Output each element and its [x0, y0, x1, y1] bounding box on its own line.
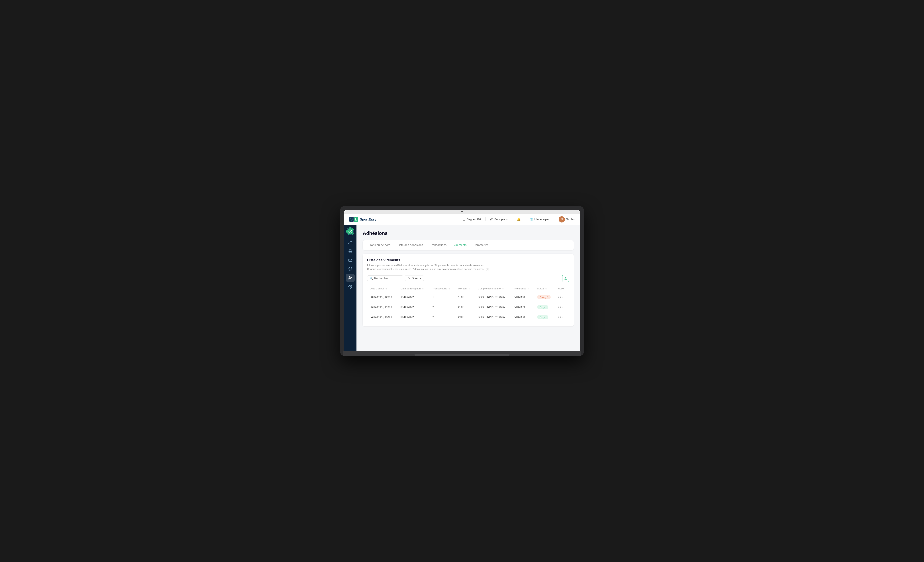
action-menu-2[interactable]: ••• [558, 315, 563, 319]
svg-point-6 [350, 286, 351, 288]
cell-action-0[interactable]: ••• [555, 292, 569, 302]
sort-icon-statut: ⇅ [545, 288, 547, 290]
laptop-base [343, 351, 581, 356]
chevron-down-icon: ▾ [420, 277, 421, 280]
search-input[interactable] [374, 277, 401, 280]
action-menu-0[interactable]: ••• [558, 295, 563, 299]
logo-e: E [354, 217, 358, 222]
sidebar-item-settings[interactable] [346, 283, 355, 291]
tab-tableau[interactable]: Tableau de bord [366, 240, 394, 250]
cell-statut-1: Reçu [534, 302, 555, 312]
logo-area: S E SportEasy [350, 217, 462, 222]
sidebar-item-mail[interactable] [346, 256, 355, 264]
search-box[interactable]: 🔍 [367, 276, 403, 281]
export-button[interactable] [562, 275, 569, 282]
info-icon[interactable]: i [486, 268, 489, 271]
cell-compte-2: SOGEFRPP - •••• 8267 [475, 312, 512, 322]
avatar: N [559, 216, 565, 222]
sidebar-item-adhesions[interactable] [346, 274, 355, 282]
data-table: Date d'envoi ⇅ Date de réception ⇅ Trans… [367, 285, 569, 322]
nav-equipes-label: Mes équipes [534, 218, 550, 221]
nav-user[interactable]: N Nicolas [559, 216, 574, 222]
cell-montant-0: 150€ [455, 292, 475, 302]
sidebar-item-members[interactable] [346, 238, 355, 246]
content-area: Adhésions Tableau de bord Liste des adhé… [357, 225, 580, 351]
filter-label: Filtrer [412, 277, 418, 280]
logo-s: S [350, 217, 354, 222]
svg-marker-7 [408, 277, 410, 279]
cell-date-reception-2: 06/02/2022 [398, 312, 430, 322]
cell-date-reception-1: 08/02/2022 [398, 302, 430, 312]
cell-date-envoi-0: 08/02/2022, 12h30 [367, 292, 398, 302]
nav-equipes[interactable]: 👕 Mes équipes [530, 217, 550, 221]
col-statut[interactable]: Statut ⇅ [534, 285, 555, 292]
status-badge-2: Reçu [537, 315, 548, 319]
nav-notif[interactable]: 🔔 [517, 217, 520, 221]
col-transactions[interactable]: Transactions ⇅ [430, 285, 456, 292]
cell-reference-2: VIR2388 [512, 312, 534, 322]
col-reference[interactable]: Référence ⇅ [512, 285, 534, 292]
nav-gain-label: Gagnez 20€ [466, 218, 481, 221]
camera-dot [461, 211, 463, 212]
cell-reference-0: VIR2390 [512, 292, 534, 302]
tab-parametres[interactable]: Paramètres [470, 240, 492, 250]
status-badge-0: Envoyé [537, 295, 550, 300]
shirt-icon: 👕 [530, 217, 533, 221]
cell-transactions-0: 1 [430, 292, 456, 302]
sidebar-item-trophy[interactable] [346, 247, 355, 255]
top-bar: S E SportEasy 🎟 Gagnez 20€ 🏷 Bons plans [344, 214, 580, 225]
page-title: Adhésions [363, 231, 574, 236]
table-row: 06/02/2022, 11h30 08/02/2022 2 250€ SOGE… [367, 302, 569, 312]
sort-icon-compte: ⇅ [502, 288, 504, 290]
toolbar-left: 🔍 Filtrer [367, 275, 424, 281]
nav-bons[interactable]: 🏷 Bons plans [490, 217, 507, 221]
col-date-envoi[interactable]: Date d'envoi ⇅ [367, 285, 398, 292]
screen-inner: S E SportEasy 🎟 Gagnez 20€ 🏷 Bons plans [344, 214, 580, 351]
sidebar [344, 225, 357, 351]
tag-icon: 🏷 [490, 217, 493, 221]
table-row: 04/02/2022, 15h00 06/02/2022 2 270€ SOGE… [367, 312, 569, 322]
col-compte[interactable]: Compte destinataire ⇅ [475, 285, 512, 292]
action-menu-1[interactable]: ••• [558, 305, 563, 309]
sort-icon-transactions: ⇅ [448, 288, 450, 290]
nav-gain[interactable]: 🎟 Gagnez 20€ [462, 217, 481, 221]
main-layout: Adhésions Tableau de bord Liste des adhé… [344, 225, 580, 351]
tabs-row: Tableau de bord Liste des adhésions Tran… [363, 240, 574, 250]
toolbar-row: 🔍 Filtrer [367, 275, 569, 282]
sort-icon-montant: ⇅ [469, 288, 470, 290]
section-desc: Ici, vous pouvez suivre le détail des vi… [367, 264, 569, 271]
tab-liste[interactable]: Liste des adhésions [394, 240, 426, 250]
tab-virements[interactable]: Virements [450, 240, 470, 250]
status-badge-1: Reçu [537, 305, 548, 309]
cell-transactions-1: 2 [430, 302, 456, 312]
bell-icon: 🔔 [517, 217, 520, 221]
gift-icon: 🎟 [462, 217, 465, 221]
section-desc-line2: Chaque virement est lié par un numéro d'… [367, 268, 484, 270]
section-desc-line1: Ici, vous pouvez suivre le détail des vi… [367, 264, 485, 267]
tab-transactions[interactable]: Transactions [426, 240, 450, 250]
cell-date-envoi-2: 04/02/2022, 15h00 [367, 312, 398, 322]
cell-date-envoi-1: 06/02/2022, 11h30 [367, 302, 398, 312]
col-montant[interactable]: Montant ⇅ [455, 285, 475, 292]
cell-statut-2: Reçu [534, 312, 555, 322]
nav-bons-label: Bons plans [494, 218, 507, 221]
col-date-reception[interactable]: Date de réception ⇅ [398, 285, 430, 292]
table-row: 08/02/2022, 12h30 13/02/2022 1 150€ SOGE… [367, 292, 569, 302]
sort-icon-reference: ⇅ [528, 288, 530, 290]
tabs-card: Tableau de bord Liste des adhésions Tran… [363, 240, 574, 250]
sort-icon-date-reception: ⇅ [422, 288, 424, 290]
section-title: Liste des virements [367, 258, 569, 262]
sidebar-club-icon[interactable] [346, 227, 354, 235]
filter-button[interactable]: Filtrer ▾ [405, 275, 424, 281]
laptop-frame: S E SportEasy 🎟 Gagnez 20€ 🏷 Bons plans [340, 206, 584, 356]
cell-montant-2: 270€ [455, 312, 475, 322]
svg-rect-2 [350, 252, 351, 253]
cell-action-2[interactable]: ••• [555, 312, 569, 322]
svg-point-1 [349, 241, 351, 242]
sidebar-item-shirt[interactable] [346, 265, 355, 273]
cell-action-1[interactable]: ••• [555, 302, 569, 312]
nav-divider-4 [554, 217, 554, 221]
main-card: Liste des virements Ici, vous pouvez sui… [363, 254, 574, 327]
laptop-screen: S E SportEasy 🎟 Gagnez 20€ 🏷 Bons plans [344, 210, 580, 351]
nav-user-label: Nicolas [566, 218, 574, 221]
